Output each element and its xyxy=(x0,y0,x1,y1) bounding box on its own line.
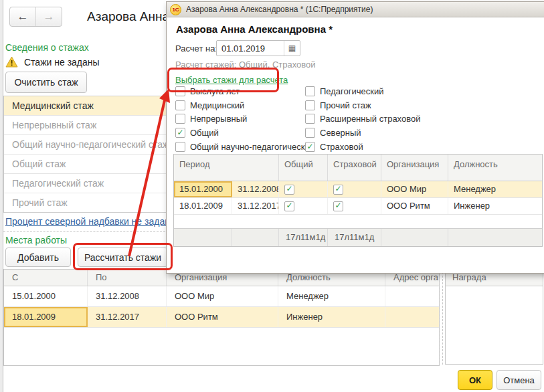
cell-strahovoy-check[interactable] xyxy=(328,198,381,214)
calendar-button[interactable]: ▦ xyxy=(284,41,300,56)
stages-section-label: Сведения о стажах xyxy=(5,42,89,53)
northern-allowance-link[interactable]: Процент северной надбавки не задан. xyxy=(5,216,173,227)
col-from[interactable]: С xyxy=(4,270,88,286)
cell-position[interactable]: Инженер xyxy=(448,198,543,214)
stage-item[interactable]: Общий стаж xyxy=(4,154,175,173)
cell-to[interactable]: 31.12.2017 xyxy=(88,307,167,327)
cell-to[interactable]: 31.12.2008 xyxy=(232,181,279,197)
period-row[interactable]: 18.01.2009 31.12.2017 ООО Ритм Инженер xyxy=(174,198,542,215)
cell-from[interactable]: 18.01.2009 xyxy=(174,198,232,214)
calc-stages-button[interactable]: Рассчитать стажи xyxy=(78,248,168,267)
ok-button[interactable]: ОК xyxy=(458,370,492,390)
checkbox-strahovoy[interactable]: Страховой xyxy=(305,142,363,152)
cell-to[interactable]: 31.12.2017 xyxy=(232,198,279,214)
cell-to[interactable]: 31.12.2008 xyxy=(88,286,167,306)
cell-from[interactable]: 15.01.2000 xyxy=(4,286,88,306)
col-org[interactable]: Организация xyxy=(381,155,448,181)
check-icon[interactable] xyxy=(284,185,294,195)
stage-list: Медицинский стаж Непрерывный стаж Общий … xyxy=(3,96,176,213)
checkbox-label: Выслуга лет xyxy=(190,86,240,96)
section-separator xyxy=(3,231,172,232)
checkbox-rasshirennyy[interactable]: Расширенный страховой xyxy=(305,114,420,124)
checkbox-obshiy[interactable]: Общий xyxy=(175,128,219,138)
periods-table: Период Общий Страховой Организация Должн… xyxy=(173,154,543,247)
award-panel: Награда xyxy=(445,269,543,365)
checkbox-obshiy-nauchno-ped[interactable]: Общий научно-педагогический xyxy=(175,142,314,152)
total-strahovoy: 17л11м1д xyxy=(328,229,381,246)
total-spacer xyxy=(174,229,232,246)
checkbox-box[interactable] xyxy=(305,142,315,152)
select-stages-link[interactable]: Выбрать стажи для расчета xyxy=(175,75,288,85)
add-button[interactable]: Добавить xyxy=(5,248,71,267)
calc-date-value[interactable]: 01.01.2019 xyxy=(217,43,284,54)
cell-address[interactable] xyxy=(385,286,440,306)
checkbox-nepreryvnyy[interactable]: Непрерывный xyxy=(175,114,247,124)
checkbox-medicinskiy[interactable]: Медицинский xyxy=(175,100,244,110)
checkbox-prochiy-stazh[interactable]: Прочий стаж xyxy=(305,100,371,110)
stage-item[interactable]: Педагогический стаж xyxy=(4,173,175,193)
calc-summary: Расчет стажей: Общий, Страховой xyxy=(175,60,316,70)
table-row-selected[interactable]: 18.01.2009 31.12.2017 ООО Ритм Инженер xyxy=(4,307,439,328)
checkbox-box[interactable] xyxy=(305,86,315,96)
stage-item[interactable]: Медицинский стаж xyxy=(4,96,175,115)
checkbox-label: Медицинский xyxy=(190,100,244,110)
workplaces-label: Места работы xyxy=(5,235,67,246)
forward-button[interactable]: → xyxy=(36,7,62,26)
dialog-title: Азарова Анна Александровна * xyxy=(176,23,333,35)
checkbox-pedagogicheskiy[interactable]: Педагогический xyxy=(305,86,384,96)
checkbox-box[interactable] xyxy=(175,142,185,152)
check-icon[interactable] xyxy=(333,201,343,211)
empty-row xyxy=(174,215,542,229)
cell-from-selected[interactable]: 15.01.2000 xyxy=(174,181,232,197)
check-icon[interactable] xyxy=(333,185,343,195)
cell-position[interactable]: Менеджер xyxy=(448,181,543,197)
total-spacer xyxy=(381,229,448,246)
stages-warning: Стажи не заданы xyxy=(5,56,100,68)
checkbox-severnyy[interactable]: Северный xyxy=(305,128,361,138)
back-arrow-icon: ← xyxy=(17,10,29,23)
cancel-button[interactable]: Отмена xyxy=(496,370,541,390)
dialog-titlebar[interactable]: 1С Азарова Анна Александровна * (1С:Пред… xyxy=(167,2,544,17)
cell-obshiy-check[interactable] xyxy=(279,198,328,214)
periods-table-totals: 17л11м1д 17л11м1д xyxy=(174,229,542,246)
col-to[interactable]: По xyxy=(88,270,167,286)
col-obshiy[interactable]: Общий xyxy=(279,155,328,181)
check-icon[interactable] xyxy=(284,201,294,211)
col-period[interactable]: Период xyxy=(174,155,279,181)
stage-item[interactable]: Прочий стаж xyxy=(4,193,175,212)
cell-org[interactable]: ООО Ритм xyxy=(167,307,278,327)
checkbox-box[interactable] xyxy=(305,100,315,110)
screen: ← → Азарова Анна Александровна Сведения … xyxy=(0,0,544,392)
checkbox-box[interactable] xyxy=(305,128,315,138)
cell-org[interactable]: ООО Мир xyxy=(381,181,448,197)
cell-org[interactable]: ООО Ритм xyxy=(381,198,448,214)
calc-date-input[interactable]: 01.01.2019 ▦ xyxy=(216,40,300,56)
history-nav: ← → xyxy=(9,7,62,27)
clear-stage-button[interactable]: Очистить стаж xyxy=(5,72,87,93)
total-obshiy: 17л11м1д xyxy=(279,229,328,246)
checkbox-box[interactable] xyxy=(175,86,185,96)
workplaces-table: С По Организация Должность Адрес орга 15… xyxy=(3,269,440,366)
checkbox-box[interactable] xyxy=(305,114,315,124)
back-button[interactable]: ← xyxy=(10,7,36,26)
period-row-selected[interactable]: 15.01.2000 31.12.2008 ООО Мир Менеджер xyxy=(174,181,542,198)
col-position[interactable]: Должность xyxy=(448,155,543,181)
cell-position[interactable]: Менеджер xyxy=(278,286,385,306)
cell-obshiy-check[interactable] xyxy=(279,181,328,197)
stage-item[interactable]: Непрерывный стаж xyxy=(4,115,175,134)
col-strahovoy[interactable]: Страховой xyxy=(328,155,381,181)
cell-position[interactable]: Инженер xyxy=(278,307,385,327)
cell-org[interactable]: ООО Мир xyxy=(167,286,278,306)
table-row[interactable]: 15.01.2000 31.12.2008 ООО Мир Менеджер xyxy=(4,286,439,307)
stage-item[interactable]: Общий научно-педагогический стаж xyxy=(4,134,175,154)
periods-table-header: Период Общий Страховой Организация Должн… xyxy=(174,155,542,181)
checkbox-box[interactable] xyxy=(175,128,185,138)
checkbox-box[interactable] xyxy=(175,114,185,124)
cell-address[interactable] xyxy=(385,307,440,327)
checkbox-box[interactable] xyxy=(175,100,185,110)
checkbox-vysluga-let[interactable]: Выслуга лет xyxy=(175,86,240,96)
panel-splitter[interactable] xyxy=(439,269,443,365)
cell-strahovoy-check[interactable] xyxy=(328,181,381,197)
forward-arrow-icon: → xyxy=(43,10,55,23)
cell-from-selected[interactable]: 18.01.2009 xyxy=(4,307,88,327)
